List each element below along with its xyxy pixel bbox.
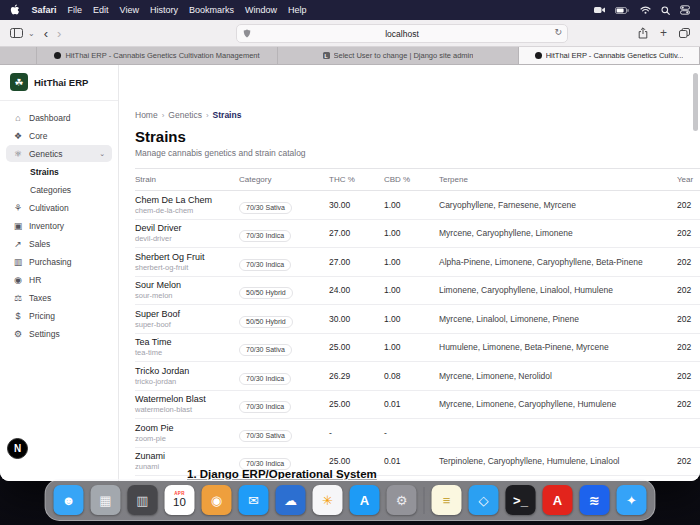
dock-icon-glyph: >_ <box>513 494 528 507</box>
sidebar-item-icon: ▥ <box>13 257 23 267</box>
terpene-cell: Humulene, Limonene, Beta-Pinene, Myrcene <box>439 333 677 362</box>
dock-icon-terminal[interactable]: >_ <box>506 485 536 515</box>
cbd-cell: 1.00 <box>384 305 439 334</box>
apple-menu[interactable] <box>10 4 20 16</box>
dock-icon-weather[interactable]: ☁ <box>276 485 306 515</box>
menu-edit[interactable]: Edit <box>88 5 115 15</box>
tab-django-admin[interactable]: L Select User to change | Django site ad… <box>277 47 519 64</box>
sidebar-item-icon: $ <box>13 311 23 321</box>
sidebar-item-label: Strains <box>30 167 59 177</box>
strains-table: StrainCategoryTHC %CBD %TerpeneYear Chem… <box>135 168 700 476</box>
menubar-status <box>594 5 690 15</box>
column-header: THC % <box>329 169 384 191</box>
menu-history[interactable]: History <box>144 5 183 15</box>
brand-name: HitThai ERP <box>34 77 88 88</box>
dock-icon-app-store[interactable]: A <box>350 485 380 515</box>
menu-bookmarks[interactable]: Bookmarks <box>183 5 239 15</box>
sidebar-item-core[interactable]: ❖ Core ⌄ <box>6 127 112 144</box>
reload-icon[interactable]: ↻ <box>554 27 562 37</box>
dock-icon-contacts[interactable]: ◉ <box>202 485 232 515</box>
menu-file[interactable]: File <box>62 5 88 15</box>
breadcrumb: Home › Genetics › Strains <box>135 110 700 120</box>
column-header: Strain <box>135 169 239 191</box>
strain-row[interactable]: Tea Time tea-time 70/30 Sativa 25.00 1.0… <box>135 333 700 362</box>
dock-icon-photos[interactable]: ✳ <box>313 485 343 515</box>
sidebar-item-pricing[interactable]: $ Pricing ⌄ <box>6 307 112 324</box>
sidebar-item-settings[interactable]: ⚙ Settings ⌄ <box>6 325 112 342</box>
sidebar-item-categories[interactable]: Categories ⌄ <box>6 181 112 198</box>
tab-hitthai-left[interactable]: HitThai ERP - Cannabis Genetics Cultivat… <box>36 47 278 64</box>
wifi-icon[interactable] <box>640 6 651 14</box>
breadcrumb-genetics[interactable]: Genetics <box>168 110 202 120</box>
category-cell: 70/30 Sativa <box>239 191 329 220</box>
sidebar-item-genetics[interactable]: ⚛ Genetics ⌄ <box>6 145 112 162</box>
dock-icon-glyph: ☻ <box>62 494 76 507</box>
sidebar-item-taxes[interactable]: ⚖ Taxes ⌄ <box>6 289 112 306</box>
dock-icon-calendar[interactable]: APR 10 <box>165 485 195 515</box>
sidebar-item-cultivation[interactable]: ⚘ Cultivation ⌄ <box>6 199 112 216</box>
control-center-icon[interactable] <box>680 5 690 15</box>
tab-overview-icon[interactable] <box>679 28 690 38</box>
sidebar-item-icon: ⌂ <box>13 113 23 123</box>
strain-slug: super-boof <box>135 321 231 330</box>
category-badge: 70/30 Indica <box>239 401 291 413</box>
strain-row[interactable]: Tricko Jordan tricko-jordan 70/30 Indica… <box>135 362 700 391</box>
strain-row[interactable]: Super Boof super-boof 50/50 Hybrid 30.00… <box>135 305 700 334</box>
nextjs-dev-badge[interactable]: N <box>7 438 28 459</box>
sidebar-item-icon: ⚘ <box>13 203 23 213</box>
sidebar-item-hr[interactable]: ◉ HR ⌄ <box>6 271 112 288</box>
terpene-cell: Terpinolene, Caryophyllene, Humulene, Li… <box>439 447 677 476</box>
battery-icon[interactable] <box>615 7 630 14</box>
app-logo[interactable]: ☘ HitThai ERP <box>0 65 118 101</box>
strain-row[interactable]: Watermelon Blast watermelon-blast 70/30 … <box>135 390 700 419</box>
dock-icon-launchpad[interactable]: ▦ <box>91 485 121 515</box>
page-scrollbar[interactable] <box>693 73 698 131</box>
toolbar-actions: + <box>638 27 690 39</box>
terpene-cell: Myrcene, Limonene, Nerolidol <box>439 362 677 391</box>
address-bar[interactable]: localhost ↻ <box>236 24 568 43</box>
sidebar-item-dashboard[interactable]: ⌂ Dashboard ⌄ <box>6 109 112 126</box>
sidebar-item-label: Genetics <box>29 149 63 159</box>
dock-icon-vscode[interactable]: ◇ <box>469 485 499 515</box>
dock-icon-glyph: ☁ <box>284 494 297 507</box>
strain-row[interactable]: Zoom Pie zoom-pie 70/30 Sativa - - <box>135 419 700 448</box>
forward-button[interactable]: › <box>57 27 61 40</box>
back-button[interactable]: ‹ <box>44 27 48 40</box>
privacy-shield-icon[interactable] <box>243 29 251 40</box>
category-badge: 70/30 Sativa <box>239 430 292 442</box>
dock-icon-mission-control[interactable]: ▥ <box>128 485 158 515</box>
sidebar-item-strains[interactable]: Strains ⌄ <box>6 163 112 180</box>
menu-window[interactable]: Window <box>239 5 282 15</box>
share-icon[interactable] <box>638 27 648 39</box>
category-badge: 70/30 Sativa <box>239 344 292 356</box>
menu-help[interactable]: Help <box>282 5 312 15</box>
sidebar-toggle-icon[interactable] <box>10 28 23 38</box>
strain-row[interactable]: Devil Driver devil-driver 70/30 Indica 2… <box>135 219 700 248</box>
dock-icon-safari[interactable]: ✦ <box>617 485 647 515</box>
sidebar-item-inventory[interactable]: ▣ Inventory ⌄ <box>6 217 112 234</box>
strain-row[interactable]: Sour Melon sour-melon 50/50 Hybrid 24.00… <box>135 276 700 305</box>
strain-cell: Chem De La Chem chem-de-la-chem <box>135 191 239 220</box>
dock-icon-glyph: ≋ <box>589 494 600 507</box>
dock-icon-divider <box>424 487 425 514</box>
dock-icon-acrobat[interactable]: A <box>543 485 573 515</box>
menu-safari[interactable]: Safari <box>26 5 62 15</box>
year-cell: 202 <box>677 191 700 220</box>
screen-mirroring-icon[interactable] <box>594 6 605 14</box>
tab-hitthai-active[interactable]: HitThai ERP - Cannabis Genetics Cultiv..… <box>518 47 700 64</box>
search-icon[interactable] <box>661 6 670 15</box>
sidebar-item-purchasing[interactable]: ▥ Purchasing ⌄ <box>6 253 112 270</box>
strain-row[interactable]: Sherbert Og Fruit sherbert-og-fruit 70/3… <box>135 248 700 277</box>
chevron-down-icon[interactable]: ⌄ <box>28 29 35 38</box>
breadcrumb-home[interactable]: Home <box>135 110 158 120</box>
sidebar-item-sales[interactable]: ↗ Sales ⌄ <box>6 235 112 252</box>
dock-icon-notes[interactable]: ≡ <box>432 485 462 515</box>
new-tab-button[interactable]: + <box>660 27 667 39</box>
menu-view[interactable]: View <box>114 5 144 15</box>
strain-row[interactable]: Chem De La Chem chem-de-la-chem 70/30 Sa… <box>135 191 700 220</box>
dock-icon-mail[interactable]: ✉ <box>239 485 269 515</box>
dock-icon-docker[interactable]: ≋ <box>580 485 610 515</box>
dock-icon-system-settings[interactable]: ⚙ <box>387 485 417 515</box>
table-header-row: StrainCategoryTHC %CBD %TerpeneYear <box>135 169 700 191</box>
dock-icon-finder[interactable]: ☻ <box>54 485 84 515</box>
